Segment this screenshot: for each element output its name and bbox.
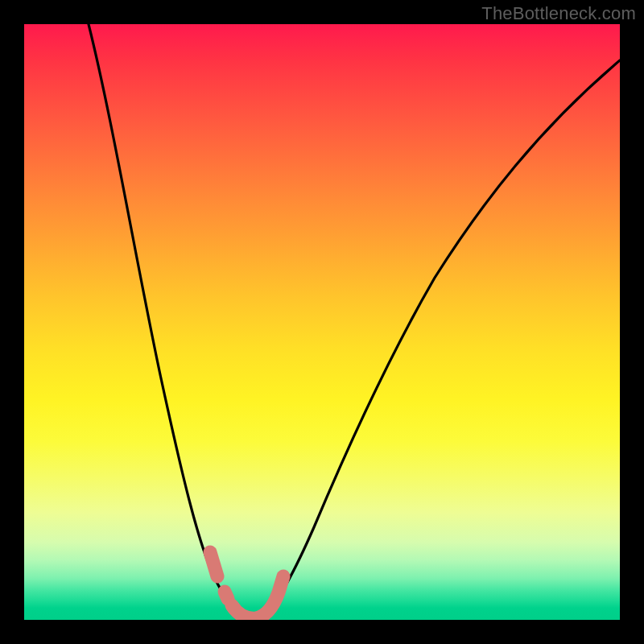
valley-marker-seg-1 <box>210 552 217 576</box>
bottleneck-curve-svg <box>24 24 620 620</box>
valley-marker-seg-2 <box>225 592 228 599</box>
valley-marker-group <box>210 552 283 618</box>
bottleneck-curve <box>89 24 620 619</box>
plot-area <box>24 24 620 620</box>
valley-marker-seg-3 <box>232 576 283 618</box>
outer-black-frame: TheBottleneck.com <box>0 0 644 644</box>
watermark-text: TheBottleneck.com <box>481 3 636 24</box>
